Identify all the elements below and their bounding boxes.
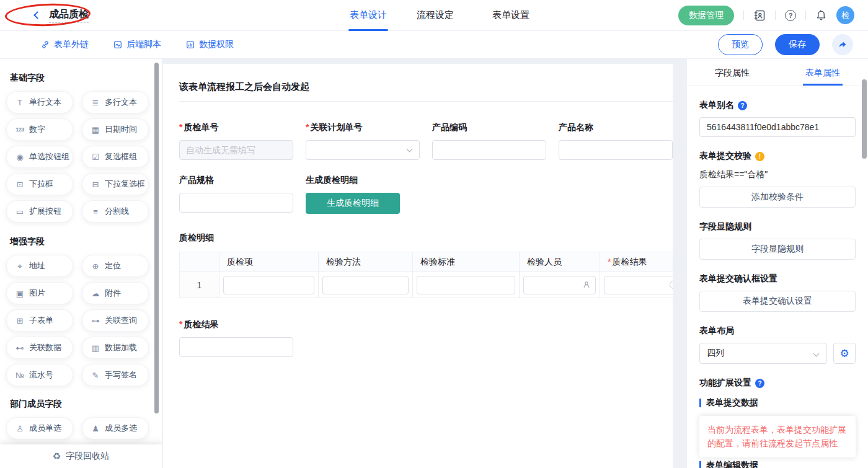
linked-query-icon: ⊶ xyxy=(91,317,100,325)
link-icon xyxy=(41,40,50,49)
extension-settings-heading: 功能扩展设置 ? xyxy=(699,377,856,389)
toolbar-links: 表单外链 后端脚本 数据权限 xyxy=(41,39,234,50)
field-visibility-button[interactable]: 字段显隐规则 xyxy=(699,239,856,260)
sidebar-item-divider-line[interactable]: ≡ 分割线 xyxy=(82,200,149,223)
field-linked-plan-number[interactable]: 关联计划单号 xyxy=(306,122,420,160)
field-qc-result[interactable]: 质检结果 xyxy=(179,319,673,357)
person-icon: ♙ xyxy=(15,425,25,433)
sidebar-item-select[interactable]: ⊡ 下拉框 xyxy=(6,173,73,195)
qc-result-input[interactable] xyxy=(179,337,293,357)
sidebar-item-address[interactable]: ⌖ 地址 xyxy=(6,255,73,277)
sidebar-item-subform[interactable]: ⊞ 子表单 xyxy=(6,309,73,332)
section-title-enhanced-fields: 增强字段 xyxy=(10,236,162,247)
help-icon[interactable]: ? xyxy=(785,10,796,21)
share-button[interactable] xyxy=(832,34,853,55)
divider xyxy=(743,11,744,20)
field-generate-detail[interactable]: 生成质检明细 生成质检明细 xyxy=(306,175,420,214)
sidebar-item-multi-line-text[interactable]: ≣ 多行文本 xyxy=(82,91,149,113)
sidebar-item-signature[interactable]: ✎ 手写签名 xyxy=(82,364,149,386)
sidebar-item-linked-query[interactable]: ⊶ 关联查询 xyxy=(82,309,149,332)
sidebar-item-data-load[interactable]: ▥ 数据加载 xyxy=(82,337,149,359)
sidebar-item-number[interactable]: 123 数字 xyxy=(6,118,73,141)
page-scrollbar[interactable] xyxy=(862,79,867,159)
image-icon: ▣ xyxy=(15,289,25,298)
qc-detail-table: 质检项 检验方法 检验标准 检验人员 质检结果 1 xyxy=(179,252,673,298)
tab-flow-setting[interactable]: 流程设定 xyxy=(415,0,455,31)
sidebar-item-checkbox-group[interactable]: ☑ 复选框组 xyxy=(82,146,149,168)
chevron-down-icon xyxy=(813,351,820,357)
field-qc-number[interactable]: 质检单号 xyxy=(179,122,293,160)
sidebar-item-serial-number[interactable]: № 流水号 xyxy=(6,364,73,386)
script-icon xyxy=(113,40,122,49)
field-product-spec[interactable]: 产品规格 xyxy=(179,175,293,214)
standard-input[interactable] xyxy=(417,276,515,294)
generate-detail-button[interactable]: 生成质检明细 xyxy=(306,193,400,214)
attachment-cloud-icon: ☁ xyxy=(91,289,100,298)
save-button[interactable]: 保存 xyxy=(775,34,820,55)
checkbox-icon: ☑ xyxy=(91,153,100,161)
tab-field-properties[interactable]: 字段属性 xyxy=(687,59,777,86)
qc-result-cell-input[interactable] xyxy=(604,276,673,294)
add-validation-button[interactable]: 添加校验条件 xyxy=(699,187,856,208)
method-input[interactable] xyxy=(322,276,409,294)
person-picker-icon[interactable] xyxy=(582,280,591,291)
product-spec-input[interactable] xyxy=(179,193,293,213)
radio-icon: ◉ xyxy=(15,153,25,161)
calendar-icon: ▦ xyxy=(91,126,100,134)
field-row-1: 质检单号 关联计划单号 产品编码 产品名称 xyxy=(179,122,673,160)
sidebar-item-member-multi[interactable]: ♟ 成员多选 xyxy=(82,417,149,439)
tab-form-design[interactable]: 表单设计 xyxy=(348,0,388,31)
qc-number-input[interactable] xyxy=(179,140,293,160)
product-code-input[interactable] xyxy=(432,140,546,160)
divider xyxy=(805,11,806,20)
tab-form-setting[interactable]: 表单设置 xyxy=(491,0,531,31)
sidebar-item-datetime[interactable]: ▦ 日期时间 xyxy=(82,118,149,141)
validation-rule-text[interactable]: 质检结果=="合格" xyxy=(699,169,856,180)
preview-button[interactable]: 预览 xyxy=(718,34,763,55)
app-header: 成品质检 表单设计 流程设定 表单设置 数据管理 ? 检 xyxy=(0,0,868,31)
help-icon[interactable]: ? xyxy=(755,379,764,388)
data-manage-button[interactable]: 数据管理 xyxy=(678,6,734,25)
sidebar-item-attachment[interactable]: ☁ 附件 xyxy=(82,282,149,304)
sidebar-item-image[interactable]: ▣ 图片 xyxy=(6,282,73,304)
serial-number-icon: № xyxy=(15,371,25,379)
sidebar-item-radio-group[interactable]: ◉ 单选按钮组 xyxy=(6,146,73,168)
sidebar-scrollbar[interactable] xyxy=(154,63,159,413)
qc-item-input[interactable] xyxy=(223,276,314,294)
form-alias-input[interactable] xyxy=(699,117,856,137)
notification-bell-icon[interactable] xyxy=(815,9,827,21)
backend-script-link[interactable]: 后端脚本 xyxy=(113,39,161,50)
property-panel: 字段属性 表单属性 表单别名 ? 表单提交校验 ! 质检结果=="合格" 添加校… xyxy=(687,59,868,468)
user-avatar[interactable]: 检 xyxy=(836,6,854,24)
column-header-qc-result: 质检结果 xyxy=(600,252,673,272)
warning-icon[interactable]: ! xyxy=(755,152,764,161)
field-product-code[interactable]: 产品编码 xyxy=(432,122,546,160)
linked-plan-select[interactable] xyxy=(306,140,420,160)
field-row-2: 产品规格 生成质检明细 生成质检明细 xyxy=(179,175,673,214)
button-icon: ▭ xyxy=(15,208,25,216)
layout-select[interactable]: 四列 xyxy=(699,343,827,364)
sidebar-item-extend-button[interactable]: ▭ 扩展按钮 xyxy=(6,200,73,223)
sidebar-item-location[interactable]: ⊕ 定位 xyxy=(82,255,149,277)
sidebar-item-multi-select[interactable]: ⊟ 下拉复选框 xyxy=(82,173,149,195)
sidebar-item-single-line-text[interactable]: T 单行文本 xyxy=(6,91,73,113)
data-permission-link[interactable]: 数据权限 xyxy=(186,39,234,50)
form-external-link[interactable]: 表单外链 xyxy=(41,39,89,50)
signature-pen-icon: ✎ xyxy=(91,371,100,379)
form-title[interactable]: 成品质检 xyxy=(49,8,89,23)
submit-check-heading: 表单提交校验 ! xyxy=(699,151,856,162)
linked-data-icon: ⊷ xyxy=(15,344,25,352)
index-column-header xyxy=(180,252,219,272)
header-actions: 数据管理 ? 检 xyxy=(678,6,868,25)
submit-confirm-button[interactable]: 表单提交确认设置 xyxy=(699,291,856,312)
help-icon[interactable]: ? xyxy=(738,101,747,110)
field-recycle-bin[interactable]: ♻ 字段回收站 xyxy=(0,444,162,468)
sidebar-item-member-single[interactable]: ♙ 成员单选 xyxy=(6,417,73,439)
back-button[interactable]: 成品质检 xyxy=(35,8,89,23)
sidebar-item-linked-data[interactable]: ⊷ 关联数据 xyxy=(6,337,73,359)
tab-form-properties[interactable]: 表单属性 xyxy=(777,59,868,86)
address-book-icon[interactable] xyxy=(753,9,766,22)
layout-settings-button[interactable]: ⚙ xyxy=(833,343,856,364)
product-name-input[interactable] xyxy=(559,140,673,160)
field-product-name[interactable]: 产品名称 xyxy=(559,122,673,160)
